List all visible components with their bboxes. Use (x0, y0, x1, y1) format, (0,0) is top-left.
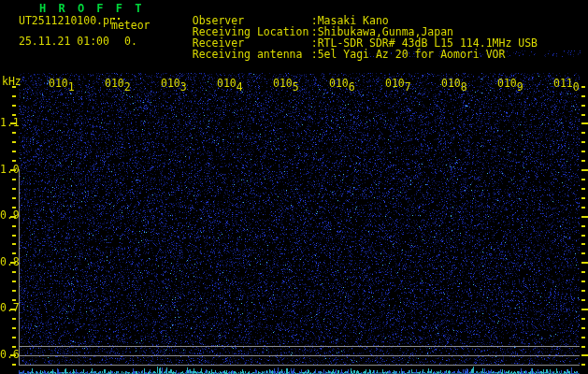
y-axis-tick-left (12, 235, 16, 237)
y-axis-tick-left (12, 337, 16, 338)
x-label-dropped-digit: 7 (405, 80, 411, 94)
y-axis-tick-left (12, 105, 16, 107)
y-axis-tick-left (12, 95, 16, 97)
y-axis-tick-left (12, 179, 16, 180)
y-axis-tick-right (581, 95, 585, 97)
x-axis-tick-label: 0109 (497, 78, 523, 90)
output-filename: UT2511210100.pn (19, 15, 116, 27)
y-axis-tick-right (581, 252, 585, 254)
y-axis-tick-right (581, 262, 588, 264)
y-axis-tick-left (12, 188, 16, 190)
x-axis-tick-label: 0106 (329, 78, 355, 90)
y-axis-tick-right (581, 290, 585, 292)
y-axis-tick-left (12, 160, 16, 162)
y-axis-tick-left (10, 122, 16, 124)
x-axis-tick-label: 0102 (105, 78, 131, 90)
y-axis-tick-left (10, 169, 16, 171)
observation-datetime: 25.11.21 01:00 (19, 36, 109, 48)
x-axis-tick-label: 0105 (273, 78, 299, 90)
y-axis-tick-left (12, 290, 16, 292)
x-axis-tick-label: 0103 (161, 78, 187, 90)
y-axis-tick-left (12, 132, 16, 134)
y-axis-tick-right (581, 354, 588, 356)
y-axis-tick-left (12, 252, 16, 254)
y-axis-tick-left (12, 327, 16, 329)
y-axis-tick-right (581, 141, 585, 143)
y-axis-tick-left (10, 354, 16, 356)
x-axis-tick-label: 0104 (217, 78, 243, 90)
x-label-dropped-digit: 9 (517, 80, 523, 94)
y-axis-tick-right (581, 207, 585, 209)
x-label-dropped-digit: 2 (124, 80, 131, 94)
x-label-dropped-digit: 4 (237, 80, 243, 94)
y-axis-tick-left (12, 141, 16, 143)
y-axis-tick-right (581, 327, 585, 329)
x-label-dropped-digit: 3 (180, 80, 187, 94)
y-axis-tick-right (581, 243, 585, 245)
x-axis-tick-label: 0108 (441, 78, 467, 90)
y-axis-tick-left (10, 216, 16, 218)
y-axis-tick-right (581, 114, 585, 116)
hrofft-screen: H R O F F T UT2511210100.pn meteor 25.11… (0, 0, 588, 374)
y-axis-tick-left (12, 114, 16, 116)
y-axis-tick-right (581, 105, 585, 107)
y-axis-tick-left (10, 262, 16, 264)
x-label-dropped-digit: 8 (461, 80, 467, 94)
y-axis-tick-right (581, 337, 585, 338)
y-axis-tick-right (581, 160, 585, 162)
y-axis-tick-left (10, 309, 16, 310)
y-axis-tick-left (12, 271, 16, 273)
y-axis-tick-right (581, 299, 585, 301)
y-axis-tick-right (581, 346, 585, 348)
y-axis-tick-right (581, 364, 585, 366)
y-axis-tick-right (581, 235, 585, 237)
x-axis-tick-label: 0101 (49, 78, 75, 90)
y-axis-tick-right (581, 197, 585, 199)
y-axis-tick-right (581, 179, 585, 180)
y-axis-tick-left (12, 346, 16, 348)
info-value: :5el Yagi Az 20 for Aomori VOR (311, 48, 506, 61)
y-axis-tick-left (12, 364, 16, 366)
echo-count: 0. (124, 36, 137, 48)
y-axis-tick-right (581, 188, 585, 190)
y-axis-tick-right (581, 318, 585, 320)
level-box-mid-line (19, 355, 580, 356)
station-name: meteor (111, 20, 152, 32)
x-label-dropped-digit: 0 (573, 80, 580, 94)
level-box-bottom-line (19, 365, 580, 366)
y-axis-tick-right (581, 271, 585, 273)
y-axis-tick-left (12, 225, 16, 227)
y-axis-tick-left (12, 207, 16, 209)
y-axis-tick-right (581, 122, 588, 124)
y-axis-tick-right (581, 86, 585, 88)
y-axis-tick-right (581, 169, 588, 171)
y-axis-tick-right (581, 216, 588, 218)
info-row-antenna: Receiving antenna:5el Yagi Az 20 for Aom… (166, 36, 505, 73)
app-title: H R O F F T (39, 2, 144, 15)
x-label-dropped-digit: 1 (68, 80, 75, 94)
y-axis-tick-right (581, 225, 585, 227)
y-axis-tick-right (581, 280, 585, 282)
y-axis-tick-left (12, 299, 16, 301)
y-axis-tick-right (581, 309, 588, 310)
x-label-dropped-digit: 6 (349, 80, 355, 94)
x-label-dropped-digit: 5 (293, 80, 299, 94)
y-axis-tick-left (12, 197, 16, 199)
y-axis-tick-left (12, 243, 16, 245)
level-box-top-line (19, 346, 580, 347)
info-label: Receiving antenna (193, 49, 311, 61)
y-axis-tick-left (12, 151, 16, 152)
y-axis-tick-left (12, 280, 16, 282)
y-axis-tick-left (12, 86, 16, 88)
y-axis-tick-left (12, 318, 16, 320)
x-axis-tick-label: 0110 (553, 78, 580, 90)
y-axis-tick-right (581, 151, 585, 152)
y-axis-tick-right (581, 132, 585, 134)
x-axis-tick-label: 0107 (385, 78, 411, 90)
